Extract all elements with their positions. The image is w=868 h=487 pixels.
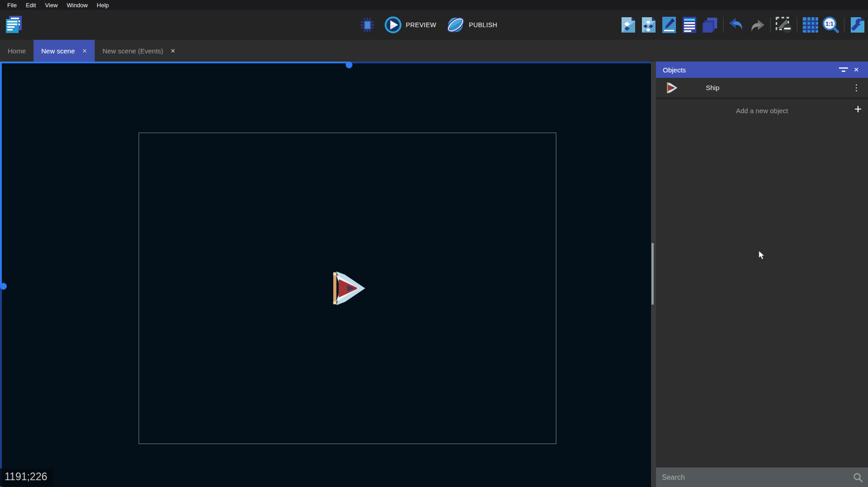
vertical-scrollbar[interactable] <box>0 62 2 487</box>
vertical-scrollbar-thumb[interactable] <box>0 283 7 290</box>
ship-instance[interactable] <box>327 269 366 308</box>
main-area: 1191;226 Objects ✕ <box>0 62 868 487</box>
tab-new-scene[interactable]: New scene ✕ <box>34 40 95 62</box>
publish-label: PUBLISH <box>469 21 497 29</box>
layers-icon[interactable] <box>701 16 719 33</box>
cursor-coordinates: 1191;226 <box>0 468 53 486</box>
project-manager-icon[interactable] <box>4 14 24 35</box>
debug-icon[interactable] <box>360 16 377 33</box>
menu-view[interactable]: View <box>40 2 62 9</box>
zoom-1-1-icon[interactable]: 1:1 <box>822 16 839 33</box>
play-icon <box>384 16 402 34</box>
grid-icon[interactable] <box>802 16 819 33</box>
menu-help[interactable]: Help <box>92 2 114 9</box>
objects-panel-icon[interactable] <box>620 16 637 33</box>
close-icon[interactable]: ✕ <box>82 48 87 54</box>
menu-file[interactable]: File <box>3 2 21 9</box>
toolbar-separator <box>797 17 797 33</box>
tab-new-scene-events-label: New scene (Events) <box>102 47 163 55</box>
editor-tabs: Home New scene ✕ New scene (Events) ✕ <box>0 40 868 62</box>
globe-icon <box>446 15 465 34</box>
objects-panel-title: Objects <box>663 66 837 74</box>
tab-home[interactable]: Home <box>0 40 34 62</box>
horizontal-scrollbar-fill <box>0 62 349 63</box>
toolbar-separator <box>723 17 723 33</box>
horizontal-scrollbar-thumb[interactable] <box>346 62 352 68</box>
menu-edit[interactable]: Edit <box>21 2 40 9</box>
search-icon[interactable] <box>853 472 868 483</box>
tab-new-scene-events[interactable]: New scene (Events) ✕ <box>95 40 183 62</box>
object-list-item-ship[interactable]: Ship ⋮ <box>656 78 868 99</box>
panel-scrollbar-thumb[interactable] <box>651 243 654 305</box>
preview-label: PREVIEW <box>406 21 436 29</box>
undo-icon[interactable] <box>728 16 745 33</box>
preview-button[interactable]: PREVIEW <box>381 14 439 36</box>
main-toolbar: PREVIEW PUBLISH <box>0 10 868 40</box>
toolbar-center: PREVIEW PUBLISH <box>360 10 500 40</box>
plus-icon[interactable]: + <box>854 103 862 115</box>
toolbar-separator <box>844 17 844 33</box>
scene-canvas[interactable]: 1191;226 <box>0 62 651 487</box>
vertical-scrollbar-fill <box>0 62 2 286</box>
toolbar-separator <box>770 17 771 33</box>
menu-bar: File Edit View Window Help <box>0 0 868 10</box>
close-icon[interactable]: ✕ <box>850 64 863 75</box>
instances-list-icon[interactable] <box>681 16 698 33</box>
horizontal-scrollbar[interactable] <box>0 62 651 63</box>
panel-splitter[interactable] <box>651 62 656 487</box>
search-input[interactable] <box>656 473 853 482</box>
toolbar-right: 1:1 <box>620 10 866 40</box>
zoom-icon-label: 1:1 <box>825 21 834 27</box>
tab-new-scene-label: New scene <box>41 47 75 55</box>
objects-panel: Objects ✕ <box>656 62 868 487</box>
menu-window[interactable]: Window <box>62 2 92 9</box>
gdevelop-window: File Edit View Window Help <box>0 0 868 487</box>
add-object-row[interactable]: Add a new object + <box>656 101 868 120</box>
object-groups-icon[interactable] <box>640 16 657 33</box>
editor-settings-icon[interactable] <box>849 16 866 33</box>
redo-icon[interactable] <box>748 16 766 33</box>
objects-panel-header: Objects ✕ <box>656 62 868 78</box>
properties-icon[interactable] <box>661 16 678 33</box>
publish-button[interactable]: PUBLISH <box>444 14 500 36</box>
filter-icon[interactable] <box>837 64 850 75</box>
clear-selection-icon[interactable] <box>775 16 792 33</box>
tab-home-label: Home <box>8 47 26 55</box>
object-name: Ship <box>706 84 845 91</box>
close-icon[interactable]: ✕ <box>170 48 175 54</box>
ship-thumbnail-icon <box>665 81 678 94</box>
object-menu-icon[interactable]: ⋮ <box>845 82 868 93</box>
objects-search-bar <box>656 468 868 487</box>
add-object-label: Add a new object <box>736 107 788 115</box>
